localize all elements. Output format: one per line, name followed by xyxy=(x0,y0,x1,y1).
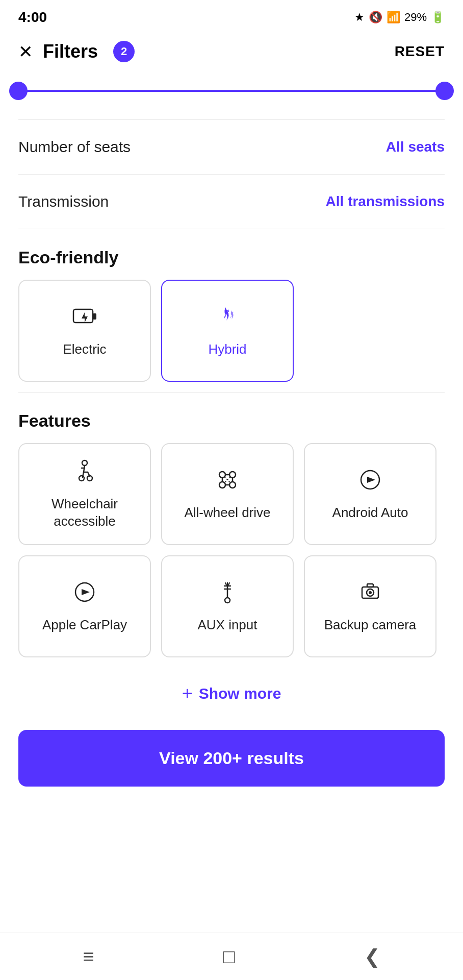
backup-camera-label: Backup camera xyxy=(324,617,417,634)
wheelchair-card[interactable]: Wheelchairaccessible xyxy=(18,443,151,545)
apple-carplay-icon xyxy=(71,579,98,609)
status-icons: ★ 🔇 📶 29% 🔋 xyxy=(354,11,445,24)
svg-marker-16 xyxy=(367,477,375,483)
view-results-button[interactable]: View 200+ results xyxy=(18,730,445,787)
mute-icon: 🔇 xyxy=(369,11,382,24)
show-more-icon: + xyxy=(182,683,193,704)
transmission-filter-row: Transmission All transmissions xyxy=(0,175,463,229)
range-thumb-left[interactable] xyxy=(9,82,28,100)
svg-line-24 xyxy=(228,583,229,585)
svg-point-27 xyxy=(369,591,372,594)
show-more-label: Show more xyxy=(199,685,281,702)
show-more-button[interactable]: + Show more xyxy=(0,668,463,725)
status-bar: 4:00 ★ 🔇 📶 29% 🔋 xyxy=(0,0,463,31)
battery-icon: 🔋 xyxy=(431,11,445,24)
eco-friendly-heading: Eco-friendly xyxy=(0,229,463,280)
status-time: 4:00 xyxy=(18,9,47,26)
svg-point-20 xyxy=(225,598,230,603)
aux-input-label: AUX input xyxy=(197,617,257,634)
svg-point-2 xyxy=(82,460,87,465)
apple-carplay-label: Apple CarPlay xyxy=(42,617,127,634)
hybrid-label: Hybrid xyxy=(208,341,246,358)
filter-count-badge: 2 xyxy=(113,41,135,62)
hybrid-card[interactable]: Hybrid xyxy=(161,280,294,382)
features-section: Features Wheelchairaccessible xyxy=(0,393,463,725)
bluetooth-icon: ★ xyxy=(354,11,365,24)
svg-point-7 xyxy=(219,482,225,488)
price-range-slider[interactable] xyxy=(18,86,445,96)
electric-label: Electric xyxy=(63,341,106,358)
transmission-label: Transmission xyxy=(18,193,109,210)
svg-rect-28 xyxy=(367,584,373,587)
svg-point-8 xyxy=(229,482,236,488)
wheelchair-label: Wheelchairaccessible xyxy=(52,496,118,530)
backup-camera-card[interactable]: Backup camera xyxy=(304,555,436,657)
page-title: Filters xyxy=(43,41,98,62)
seats-value[interactable]: All seats xyxy=(386,139,445,155)
electric-icon xyxy=(71,303,98,334)
features-heading: Features xyxy=(0,393,463,443)
seats-filter-row: Number of seats All seats xyxy=(0,120,463,174)
header: ✕ Filters 2 RESET xyxy=(0,31,463,70)
svg-point-3 xyxy=(79,476,84,481)
android-auto-card[interactable]: Android Auto xyxy=(304,443,436,545)
range-thumb-right[interactable] xyxy=(435,82,454,100)
close-icon[interactable]: ✕ xyxy=(18,41,33,62)
awd-icon xyxy=(214,467,241,497)
apple-carplay-card[interactable]: Apple CarPlay xyxy=(18,555,151,657)
awd-card[interactable]: All-wheel drive xyxy=(161,443,294,545)
transmission-value[interactable]: All transmissions xyxy=(326,193,445,210)
range-track-dotted xyxy=(53,90,428,92)
android-auto-label: Android Auto xyxy=(332,504,408,522)
reset-button[interactable]: RESET xyxy=(395,43,445,60)
hybrid-icon xyxy=(214,303,241,334)
features-cards: Wheelchairaccessible All-wheel drive xyxy=(0,443,463,668)
svg-marker-18 xyxy=(82,589,90,595)
wifi-icon: 📶 xyxy=(387,11,400,24)
svg-line-23 xyxy=(225,583,226,585)
nav-home-icon[interactable]: □ xyxy=(223,946,235,968)
backup-camera-icon xyxy=(357,579,383,609)
cta-section: View 200+ results xyxy=(0,725,463,807)
svg-rect-1 xyxy=(93,313,96,320)
aux-input-icon xyxy=(214,579,241,609)
electric-card[interactable]: Electric xyxy=(18,280,151,382)
eco-friendly-cards: Electric Hybrid xyxy=(0,280,463,392)
eco-friendly-section: Eco-friendly Electric Hybrid xyxy=(0,229,463,392)
price-range-section xyxy=(0,70,463,119)
nav-menu-icon[interactable]: ≡ xyxy=(83,946,94,968)
nav-back-icon[interactable]: ❮ xyxy=(364,945,380,968)
aux-input-card[interactable]: AUX input xyxy=(161,555,294,657)
seats-label: Number of seats xyxy=(18,138,131,156)
awd-label: All-wheel drive xyxy=(184,504,270,522)
battery-text: 29% xyxy=(404,11,427,24)
wheelchair-icon xyxy=(71,458,98,488)
header-left: ✕ Filters 2 xyxy=(18,41,135,62)
android-auto-icon xyxy=(357,467,383,497)
bottom-nav: ≡ □ ❮ xyxy=(0,933,463,980)
